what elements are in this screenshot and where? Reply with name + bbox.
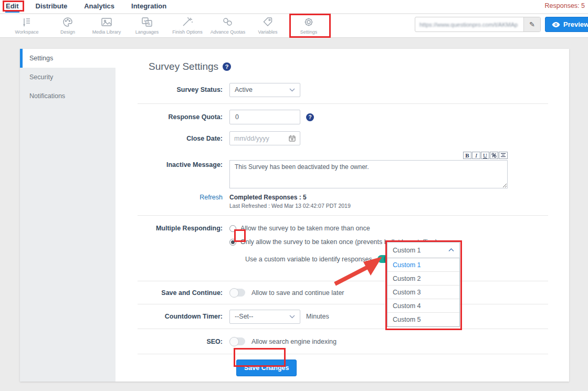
- settings-panel: Settings Security Notifications Survey S…: [20, 49, 569, 382]
- chevron-down-icon: [289, 315, 295, 319]
- edit-url-icon[interactable]: ✎: [523, 17, 540, 31]
- custom-variable-label: Use a custom variable to identify respon…: [245, 256, 372, 263]
- nav-menu: Edit Distribute Analytics Integration: [0, 1, 167, 13]
- refresh-link[interactable]: Refresh: [138, 194, 229, 209]
- completed-responses-text: Completed Responses : 5: [229, 194, 548, 201]
- nav-item-analytics[interactable]: Analytics: [83, 1, 115, 13]
- seo-text: Allow search engine indexing: [251, 338, 337, 345]
- last-refreshed-text: Last Refreshed : Wed Mar 13 02:42:07 PDT…: [229, 203, 548, 209]
- multiple-responding-label: Multiple Responding:: [138, 221, 229, 263]
- preview-button[interactable]: Preview: [545, 17, 588, 32]
- nav-item-edit[interactable]: Edit: [5, 1, 19, 13]
- chevron-up-icon: [448, 248, 454, 252]
- languages-icon: xA: [141, 16, 153, 28]
- custom-variable-dropdown-list: Custom 1 Custom 2 Custom 3 Custom 4 Cust…: [387, 258, 460, 327]
- settings-sidebar: Settings Security Notifications: [20, 49, 116, 382]
- link-icon[interactable]: [490, 152, 498, 159]
- toolbar-item-workspace[interactable]: Workspace: [3, 16, 50, 35]
- save-changes-button[interactable]: Save Changes: [236, 360, 297, 376]
- toolbar-item-variables[interactable]: Variables: [244, 16, 291, 35]
- save-continue-toggle[interactable]: [229, 289, 245, 297]
- top-nav: Edit Distribute Analytics Integration Re…: [0, 0, 588, 14]
- sidebar-item-security[interactable]: Security: [20, 68, 116, 87]
- eye-icon: [552, 22, 560, 28]
- survey-status-label: Survey Status:: [138, 86, 229, 93]
- workspace-icon: [21, 16, 33, 28]
- close-date-field[interactable]: [229, 131, 300, 145]
- dropdown-option-custom-2[interactable]: Custom 2: [387, 272, 459, 286]
- edit-toolbar: Workspace Design Media Library xA Langua…: [0, 14, 588, 38]
- nav-item-distribute[interactable]: Distribute: [35, 1, 68, 13]
- page-title: Survey Settings: [149, 61, 218, 72]
- italic-button[interactable]: I: [472, 152, 480, 159]
- sidebar-item-settings[interactable]: Settings: [20, 49, 116, 68]
- custom-variable-dropdown: Custom 1 Custom 1 Custom 2 Custom 3 Cust…: [387, 242, 460, 327]
- dropdown-option-custom-4[interactable]: Custom 4: [387, 299, 459, 313]
- nav-item-integration[interactable]: Integration: [131, 1, 167, 13]
- save-continue-text: Allow to save and continue later: [251, 289, 344, 297]
- radio-unselected-icon[interactable]: [229, 225, 236, 232]
- response-quota-input[interactable]: [229, 110, 300, 124]
- seo-label: SEO:: [138, 338, 229, 345]
- response-quota-label: Response Quota:: [138, 113, 229, 121]
- survey-status-select[interactable]: Active: [229, 83, 300, 97]
- save-continue-label: Save and Continue:: [138, 289, 229, 297]
- quota-help-icon[interactable]: ?: [306, 113, 314, 121]
- bold-button[interactable]: B: [463, 152, 471, 159]
- survey-url-text: https://www.questionpro.com/t/AKMAp: [415, 22, 523, 28]
- radio-option-more-than-once[interactable]: Allow the survey to be taken more than o…: [229, 221, 548, 235]
- svg-text:A: A: [148, 22, 151, 26]
- media-library-icon: [100, 16, 113, 28]
- dropdown-option-custom-3[interactable]: Custom 3: [387, 286, 459, 299]
- countdown-timer-select[interactable]: --Set--: [229, 310, 300, 324]
- svg-text:x: x: [144, 19, 146, 23]
- settings-icon: [303, 16, 314, 28]
- dropdown-option-custom-1[interactable]: Custom 1: [387, 258, 459, 272]
- close-date-input[interactable]: [234, 135, 281, 142]
- survey-url-field[interactable]: https://www.questionpro.com/t/AKMAp ✎: [415, 17, 541, 32]
- responses-count: Responses: 5: [545, 2, 585, 9]
- design-icon: [62, 16, 74, 28]
- underline-button[interactable]: U: [481, 152, 489, 159]
- chevron-down-icon: [289, 88, 295, 92]
- help-icon[interactable]: ?: [223, 62, 231, 71]
- countdown-timer-label: Countdown Timer:: [138, 313, 229, 320]
- minutes-text: Minutes: [306, 313, 329, 320]
- seo-toggle[interactable]: [229, 337, 245, 345]
- align-icon[interactable]: [499, 152, 508, 159]
- finish-options-icon: [181, 16, 194, 28]
- survey-settings-form: Survey Status: Active Response Quota:: [138, 76, 548, 376]
- settings-content: Survey Settings ? Survey Status: Active: [116, 49, 569, 382]
- inactive-message-textarea[interactable]: This Survey has been deactivated by the …: [229, 160, 508, 188]
- dropdown-option-custom-5[interactable]: Custom 5: [387, 313, 459, 326]
- custom-variable-dropdown-header[interactable]: Custom 1: [387, 242, 460, 258]
- rich-text-toolbar: B I U: [229, 152, 508, 159]
- toolbar-item-settings[interactable]: Settings: [285, 16, 332, 35]
- advance-quotas-icon: [222, 16, 234, 28]
- sidebar-item-notifications[interactable]: Notifications: [20, 87, 116, 105]
- radio-selected-icon[interactable]: [229, 239, 236, 246]
- inactive-message-label: Inactive Message:: [138, 152, 229, 190]
- variables-icon: [261, 16, 274, 28]
- close-date-label: Close Date:: [138, 135, 229, 142]
- calendar-icon[interactable]: [289, 135, 296, 142]
